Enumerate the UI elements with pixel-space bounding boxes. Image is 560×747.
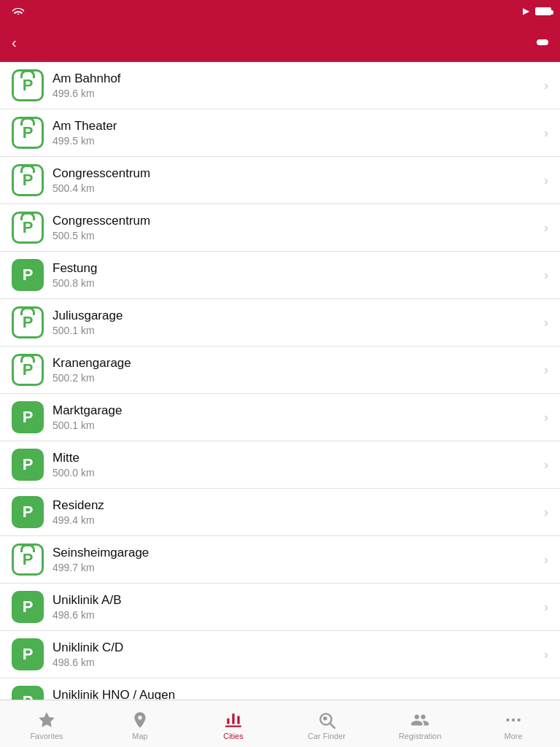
chevron-right-icon: › (544, 694, 548, 700)
svg-point-3 (506, 719, 509, 721)
chevron-right-icon: › (544, 173, 548, 188)
list-item[interactable]: P Marktgarage 500.1 km › (0, 394, 560, 441)
wifi-icon (12, 6, 24, 17)
list-item[interactable]: P Festung 500.8 km › (0, 252, 560, 299)
chevron-right-icon: › (544, 505, 548, 520)
garage-name: Congresscentrum (52, 214, 544, 228)
parking-icon: P (12, 212, 44, 244)
garage-name: Kranengarage (52, 356, 544, 371)
garage-name: Uniklinik HNO / Augen (52, 688, 544, 700)
garage-distance: 500.5 km (52, 230, 544, 241)
chevron-right-icon: › (544, 268, 548, 283)
tab-map[interactable]: Map (93, 700, 187, 747)
item-info: Am Bahnhof 499.6 km (52, 71, 544, 99)
favorites-icon (37, 710, 56, 730)
map-icon (131, 710, 149, 730)
garage-distance: 499.6 km (52, 88, 544, 99)
list-item[interactable]: P Uniklinik A/B 498.6 km › (0, 584, 560, 631)
list-item[interactable]: P Seinsheimgarage 499.7 km › (0, 536, 560, 584)
garage-distance: 500.1 km (52, 419, 544, 431)
tab-label: Map (132, 732, 147, 740)
item-info: Uniklinik HNO / Augen 498.4 km (52, 688, 544, 700)
item-info: Seinsheimgarage 499.7 km (52, 546, 544, 573)
cities-icon (224, 710, 243, 730)
navigation-bar: ‹ (0, 22, 560, 62)
more-icon (504, 710, 523, 730)
chevron-right-icon: › (544, 220, 548, 236)
status-right: ▶ (523, 6, 551, 16)
list-item[interactable]: P Am Theater 499.5 km › (0, 109, 560, 157)
item-info: Congresscentrum 500.5 km (52, 214, 544, 241)
svg-line-1 (330, 724, 335, 728)
list-item[interactable]: P Congresscentrum 500.5 km › (0, 204, 560, 252)
chevron-right-icon: › (544, 410, 548, 425)
list-item[interactable]: P Am Bahnhof 499.6 km › (0, 62, 560, 109)
parking-icon: P (12, 686, 44, 700)
parking-icon: P (12, 354, 44, 386)
back-button[interactable]: ‹ (12, 35, 20, 50)
svg-point-2 (323, 716, 327, 720)
parking-icon: P (12, 69, 44, 101)
battery-icon (535, 7, 551, 15)
status-bar: ▶ (0, 0, 560, 22)
garage-distance: 498.6 km (52, 657, 544, 668)
list-item[interactable]: P Mitte 500.0 km › (0, 441, 560, 489)
tab-favorites[interactable]: Favorites (0, 700, 93, 747)
tab-registration[interactable]: Registration (373, 700, 467, 747)
tab-cities[interactable]: Cities (187, 700, 280, 747)
registration-icon (411, 710, 429, 730)
tab-label: Registration (399, 732, 442, 740)
list-item[interactable]: P Residenz 499.4 km › (0, 489, 560, 536)
parking-icon: P (12, 591, 44, 623)
item-info: Marktgarage 500.1 km (52, 403, 544, 431)
tab-label: Car Finder (308, 732, 346, 740)
list-item[interactable]: P Congresscentrum 500.4 km › (0, 157, 560, 204)
item-info: Uniklinik A/B 498.6 km (52, 593, 544, 621)
garage-distance: 500.1 km (52, 325, 544, 336)
tab-label: Cities (223, 732, 244, 740)
garage-name: Residenz (52, 498, 544, 513)
parking-icon: P (12, 164, 44, 196)
wvv-logo[interactable] (537, 39, 548, 45)
parking-icon: P (12, 638, 44, 670)
item-info: Congresscentrum 500.4 km (52, 166, 544, 194)
tab-more[interactable]: More (467, 700, 560, 747)
chevron-right-icon: › (544, 315, 548, 330)
garage-name: Festung (52, 261, 544, 276)
parking-icon: P (12, 306, 44, 338)
parking-icon: P (12, 117, 44, 149)
item-info: Mitte 500.0 km (52, 451, 544, 479)
chevron-right-icon: › (544, 552, 548, 568)
garage-name: Uniklinik C/D (52, 640, 544, 655)
garage-distance: 498.6 km (52, 609, 544, 621)
garage-list: P Am Bahnhof 499.6 km › P Am Theater 499… (0, 62, 560, 700)
garage-name: Mitte (52, 451, 544, 465)
garage-distance: 500.4 km (52, 182, 544, 194)
carfinder-icon (317, 710, 336, 730)
garage-distance: 500.0 km (52, 467, 544, 479)
parking-icon: P (12, 401, 44, 433)
garage-name: Congresscentrum (52, 166, 544, 181)
item-info: Festung 500.8 km (52, 261, 544, 289)
item-info: Uniklinik C/D 498.6 km (52, 640, 544, 668)
back-chevron-icon: ‹ (12, 35, 17, 50)
chevron-right-icon: › (544, 457, 548, 473)
garage-name: Juliusgarage (52, 309, 544, 323)
list-item[interactable]: P Kranengarage 500.2 km › (0, 347, 560, 394)
garage-distance: 499.5 km (52, 135, 544, 147)
garage-name: Marktgarage (52, 403, 544, 418)
list-item[interactable]: P Uniklinik C/D 498.6 km › (0, 631, 560, 678)
list-item[interactable]: P Juliusgarage 500.1 km › (0, 299, 560, 347)
garage-name: Am Theater (52, 119, 544, 133)
tab-carfinder[interactable]: Car Finder (280, 700, 373, 747)
parking-icon: P (12, 543, 44, 576)
parking-icon: P (12, 496, 44, 528)
chevron-right-icon: › (544, 363, 548, 378)
list-item[interactable]: P Uniklinik HNO / Augen 498.4 km › (0, 678, 560, 700)
garage-distance: 499.4 km (52, 514, 544, 526)
parking-icon: P (12, 259, 44, 291)
garage-distance: 499.7 km (52, 562, 544, 573)
item-info: Juliusgarage 500.1 km (52, 309, 544, 336)
item-info: Kranengarage 500.2 km (52, 356, 544, 384)
chevron-right-icon: › (544, 125, 548, 141)
